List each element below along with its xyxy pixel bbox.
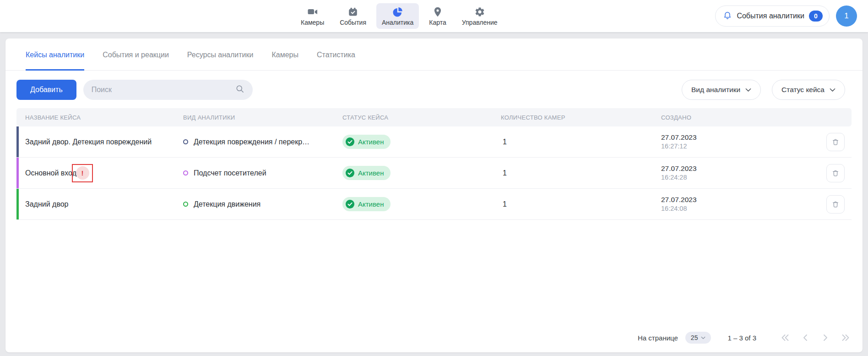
created-date: 27.07.2023 (661, 133, 819, 142)
status-badge: Активен (342, 197, 391, 211)
camera-count: 1 (501, 169, 661, 177)
created-date: 27.07.2023 (661, 195, 819, 204)
chevron-down-icon (745, 86, 751, 94)
chevron-down-icon (830, 86, 835, 94)
column-header-type: ВИД АНАЛИТИКИ (183, 114, 342, 121)
pager-arrows (780, 334, 851, 342)
analytics-type: Подсчет посетителей (194, 169, 266, 177)
filter-label: Вид аналитики (691, 86, 740, 94)
warning-icon: ! (76, 166, 89, 180)
analytics-type: Детекция движения (194, 200, 260, 208)
events-icon (347, 6, 358, 17)
prev-page-button[interactable] (800, 334, 810, 342)
tab-1[interactable]: События и реакции (103, 38, 169, 71)
case-name: Задний двор (25, 200, 69, 208)
nav-item-camera[interactable]: Камеры (295, 3, 330, 29)
created-time: 16:27:12 (661, 142, 819, 151)
analytics-type: Детекция повреждения / перекр… (194, 138, 309, 146)
analytics-pie-icon (392, 6, 403, 17)
per-page-label: На странице (638, 334, 678, 342)
created-time: 16:24:28 (661, 173, 819, 182)
toolbar-filters: Вид аналитикиСтатус кейса (682, 80, 845, 100)
status-badge: Активен (342, 166, 391, 180)
topbar-right: События аналитики 0 1 (715, 5, 857, 27)
first-page-button[interactable] (780, 334, 790, 342)
nav-item-gear[interactable]: Управление (456, 3, 503, 29)
events-count-badge: 0 (809, 11, 823, 22)
tab-2[interactable]: Ресурсы аналитики (187, 38, 254, 71)
search-icon (235, 84, 244, 95)
main-nav: КамерыСобытияАналитикаКартаУправление (295, 3, 503, 29)
analytics-events-label: События аналитики (737, 12, 804, 20)
warning-annotation: ! (72, 164, 93, 182)
camera-count: 1 (501, 138, 661, 146)
nav-item-map-pin[interactable]: Карта (423, 3, 451, 29)
nav-item-events[interactable]: События (334, 3, 372, 29)
camera-count: 1 (501, 200, 661, 208)
filter-label: Статус кейса (781, 86, 825, 94)
pagination: На странице 25 1 – 3 of 3 (16, 328, 851, 348)
check-circle-icon (345, 137, 355, 147)
created-time: 16:24:08 (661, 204, 819, 213)
delete-case-button[interactable] (826, 164, 845, 182)
trash-icon (831, 200, 840, 208)
content-card: Кейсы аналитикиСобытия и реакцииРесурсы … (5, 38, 863, 352)
page-range-text: 1 – 3 of 3 (727, 334, 756, 342)
search-input[interactable] (92, 86, 231, 94)
filter-dropdown-0[interactable]: Вид аналитики (682, 80, 761, 100)
delete-case-button[interactable] (826, 133, 845, 151)
nav-item-label: Камеры (301, 19, 324, 26)
trash-icon (831, 138, 840, 146)
analytics-type-dot-icon (183, 170, 188, 175)
nav-item-label: События (340, 19, 366, 26)
per-page-select[interactable]: 25 (685, 332, 711, 344)
nav-item-analytics-pie[interactable]: Аналитика (376, 3, 419, 29)
status-label: Активен (358, 200, 384, 208)
created-date: 27.07.2023 (661, 164, 819, 173)
table-body: Задний двор. Детекция повреждений Детекц… (16, 126, 852, 220)
tab-4[interactable]: Статистика (317, 38, 355, 71)
status-label: Активен (358, 169, 384, 177)
delete-case-button[interactable] (826, 195, 845, 214)
map-pin-icon (432, 6, 443, 17)
column-header-status: СТАТУС КЕЙСА (342, 114, 501, 121)
analytics-events-button[interactable]: События аналитики 0 (715, 5, 830, 27)
user-avatar[interactable]: 1 (836, 5, 857, 27)
chevron-down-icon (701, 336, 705, 340)
case-name: Основной вход (25, 169, 76, 177)
table-row[interactable]: Задний двор. Детекция повреждений Детекц… (16, 126, 852, 158)
table-row[interactable]: Основной вход ! Подсчет посетителей Акти… (16, 158, 852, 189)
per-page-value: 25 (691, 334, 698, 341)
nav-item-label: Карта (429, 19, 446, 26)
check-circle-icon (345, 199, 355, 209)
analytics-type-dot-icon (183, 139, 188, 144)
add-case-button[interactable]: Добавить (16, 80, 76, 100)
topbar: КамерыСобытияАналитикаКартаУправление Со… (0, 0, 868, 32)
nav-item-label: Аналитика (382, 19, 413, 26)
column-header-created: СОЗДАНО (661, 114, 819, 121)
filter-dropdown-1[interactable]: Статус кейса (772, 80, 845, 100)
table-row[interactable]: Задний двор Детекция движения Активен 1 … (16, 189, 852, 220)
toolbar: Добавить Вид аналитикиСтатус кейса (16, 80, 852, 100)
analytics-tabs: Кейсы аналитикиСобытия и реакцииРесурсы … (5, 38, 863, 71)
last-page-button[interactable] (841, 334, 851, 342)
nav-item-label: Управление (462, 19, 498, 26)
toolbar-left: Добавить (16, 80, 253, 100)
status-label: Активен (358, 138, 384, 146)
status-badge: Активен (342, 135, 391, 149)
camera-icon (307, 6, 318, 17)
column-header-name: НАЗВАНИЕ КЕЙСА (16, 114, 183, 121)
column-header-cameras: КОЛИЧЕСТВО КАМЕР (501, 114, 661, 121)
check-circle-icon (345, 168, 355, 178)
case-name: Задний двор. Детекция повреждений (25, 138, 152, 146)
bell-icon (723, 11, 732, 22)
table-header: НАЗВАНИЕ КЕЙСА ВИД АНАЛИТИКИ СТАТУС КЕЙС… (16, 108, 852, 126)
tab-0[interactable]: Кейсы аналитики (26, 38, 84, 71)
search-box[interactable] (83, 80, 253, 100)
analytics-type-dot-icon (183, 202, 188, 207)
next-page-button[interactable] (820, 334, 830, 342)
gear-icon (474, 6, 485, 17)
cases-table: НАЗВАНИЕ КЕЙСА ВИД АНАЛИТИКИ СТАТУС КЕЙС… (16, 108, 852, 220)
trash-icon (831, 169, 840, 177)
tab-3[interactable]: Камеры (271, 38, 298, 71)
